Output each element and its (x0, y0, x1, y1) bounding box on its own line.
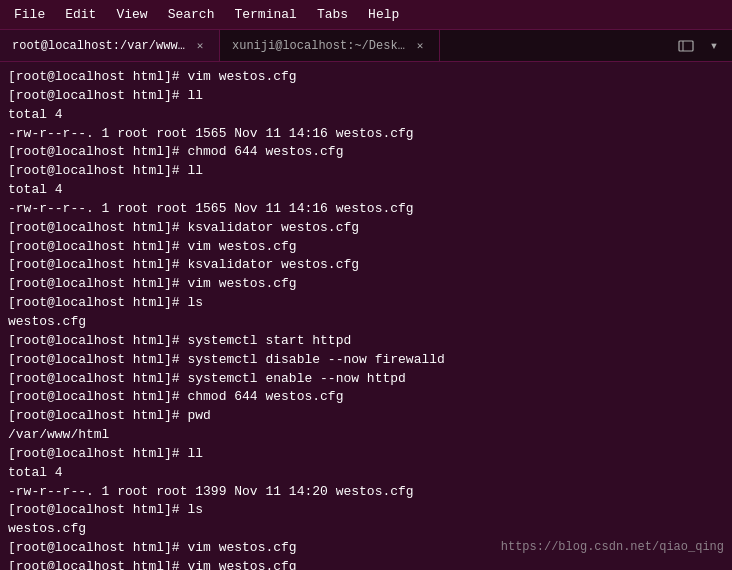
new-tab-icon[interactable] (674, 34, 698, 58)
menu-view[interactable]: View (106, 3, 157, 26)
terminal-area: [root@localhost html]# vim westos.cfg [r… (0, 62, 732, 570)
tab-2-label: xuniji@localhost:~/Desktop (232, 39, 407, 53)
watermark: https://blog.csdn.net/qiao_qing (501, 539, 724, 556)
svg-rect-0 (679, 41, 693, 51)
terminal-output: [root@localhost html]# vim westos.cfg [r… (8, 68, 724, 570)
tab-2-close[interactable]: ✕ (413, 39, 427, 53)
tab-1-label: root@localhost:/var/www/html (12, 39, 187, 53)
menu-terminal[interactable]: Terminal (224, 3, 306, 26)
menu-edit[interactable]: Edit (55, 3, 106, 26)
menu-search[interactable]: Search (158, 3, 225, 26)
menubar: File Edit View Search Terminal Tabs Help (0, 0, 732, 30)
dropdown-icon[interactable]: ▾ (702, 34, 726, 58)
tabbar: root@localhost:/var/www/html ✕ xuniji@lo… (0, 30, 732, 62)
tab-1-close[interactable]: ✕ (193, 39, 207, 53)
tabbar-controls: ▾ (674, 30, 732, 61)
tab-1[interactable]: root@localhost:/var/www/html ✕ (0, 30, 220, 61)
menu-help[interactable]: Help (358, 3, 409, 26)
menu-tabs[interactable]: Tabs (307, 3, 358, 26)
tab-2[interactable]: xuniji@localhost:~/Desktop ✕ (220, 30, 440, 61)
menu-file[interactable]: File (4, 3, 55, 26)
